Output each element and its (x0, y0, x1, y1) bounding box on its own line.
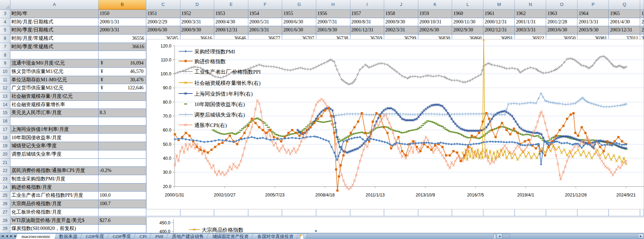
cell-A5[interactable]: 时间/季度/日期格式 (10, 26, 99, 35)
cell-B15[interactable]: 8.3 (99, 109, 146, 117)
cell-H5[interactable]: 2001/9/30 (316, 26, 350, 35)
column-header-K[interactable]: K (418, 0, 452, 10)
column-header-M[interactable]: M (483, 0, 515, 10)
cell-B28[interactable]: $27.6 (99, 217, 146, 225)
sheet-tab-房地产建设销售[interactable]: 房地产建设销售 (166, 233, 210, 239)
cell-A14[interactable]: 社会融资规模存量增长率 (10, 101, 99, 109)
row-header-7[interactable]: 7 (0, 43, 10, 51)
row-header-14[interactable]: 14 (0, 101, 10, 109)
row-header-6[interactable]: 6 (0, 35, 10, 43)
cell-A17[interactable]: 上海同业拆借1年利率/月度 (10, 126, 99, 134)
row-header-19[interactable]: 19 (0, 142, 10, 150)
cell-N3[interactable]: 1962 (515, 10, 546, 18)
sheet-tab-城镇固定资产投资[interactable]: 城镇固定资产投资 (207, 233, 255, 239)
cell-A24[interactable]: 购进价格指数/月度 (10, 184, 99, 192)
cell-overflow-5[interactable]: 2004/3/31 (640, 26, 644, 35)
scrollbar-thumb[interactable] (502, 234, 510, 238)
cell-B23[interactable] (99, 175, 146, 184)
scroll-left-button[interactable]: ◀ (497, 234, 502, 238)
select-all-corner[interactable] (0, 0, 10, 10)
column-header-Q[interactable]: Q (609, 0, 640, 10)
cell-B21[interactable] (99, 159, 146, 167)
cell-M3[interactable]: 1961 (483, 10, 515, 18)
column-header-F[interactable]: F (248, 0, 282, 10)
cell-A20[interactable]: 调整后城镇失业率/季度 (10, 150, 99, 159)
cell-B8[interactable] (99, 51, 146, 60)
cell-Q3[interactable]: 1965 (609, 10, 640, 18)
cell-G4[interactable]: 2000/6/30 (282, 18, 316, 27)
cell-N4[interactable]: 2001/1/31 (515, 18, 546, 27)
cell-B7[interactable]: 36616 (99, 43, 146, 51)
row-header-5[interactable]: 5 (0, 26, 10, 35)
cell-K5[interactable]: 2002/6/30 (418, 26, 452, 35)
cell-A8[interactable] (10, 51, 99, 60)
row-header-8[interactable]: 8 (0, 51, 10, 60)
cell-A11[interactable]: 单位活期存款M1-M0/亿元 (10, 76, 99, 84)
cell-B5[interactable]: 2000/3/31 (99, 26, 146, 35)
row-header-13[interactable]: 13 (0, 92, 10, 101)
row-header-20[interactable]: 20 (0, 150, 10, 159)
cell-L3[interactable]: 1960 (452, 10, 483, 18)
cell-E3[interactable]: 1953 (214, 10, 248, 18)
cell-O5[interactable]: 2003/6/30 (546, 26, 577, 35)
cell-B25[interactable]: 100.0 (99, 192, 146, 200)
sheet-tab-GDP季度[interactable]: GDP季度 (107, 233, 137, 239)
row-header-25[interactable]: 25 (0, 192, 10, 200)
cell-J3[interactable]: 1958 (384, 10, 418, 18)
cell-A18[interactable]: 10年期国债收益率/月度 (10, 134, 99, 142)
macro-indicators-chart[interactable]: 120.0110.0100.090.080.070.060.050.040.03… (146, 39, 644, 209)
cell-B12[interactable]: ¥122,646 (99, 84, 146, 92)
cell-J5[interactable]: 2002/3/31 (384, 26, 418, 35)
cell-I5[interactable]: 2001/12/31 (350, 26, 385, 35)
cell-B18[interactable] (99, 134, 146, 142)
cell-B26[interactable]: 100.7 (99, 200, 146, 208)
cell-K4[interactable]: 2000/10/31 (418, 18, 452, 27)
cell-A26[interactable]: 大宗商品价格指数/月度 (10, 200, 99, 208)
cell-O4[interactable]: 2001/2/28 (546, 18, 577, 27)
cell-B6[interactable]: 36556 (99, 35, 146, 43)
tabs-previous-sheet-button[interactable]: ◀ (5, 233, 9, 239)
cell-K3[interactable]: 1959 (418, 10, 452, 18)
cell-B24[interactable] (99, 184, 146, 192)
cell-J4[interactable]: 2000/9/30 (384, 18, 418, 27)
cell-B17[interactable] (99, 126, 146, 134)
tabs-next-sheet-button[interactable]: ▶ (9, 233, 14, 239)
cell-L4[interactable]: 2000/11/30 (452, 18, 483, 27)
cell-overflow-4[interactable]: 2001/5/31 (640, 18, 644, 27)
cell-D4[interactable]: 2000/3/31 (180, 18, 215, 27)
cell-O3[interactable]: 1963 (546, 10, 577, 18)
row-header-21[interactable]: 21 (0, 159, 10, 167)
row-header-3[interactable]: 3 (0, 10, 10, 18)
cell-B13[interactable] (99, 92, 146, 101)
column-header-A[interactable]: A (10, 0, 99, 10)
column-header-D[interactable]: D (180, 0, 215, 10)
cell-B22[interactable]: -0.2% (99, 167, 146, 175)
cell-L5[interactable]: 2002/9/30 (452, 26, 483, 35)
cell-B9[interactable]: ¥16,094 (99, 59, 146, 68)
cell-D3[interactable]: 1952 (180, 10, 215, 18)
cell-F4[interactable]: 2000/5/31 (248, 18, 282, 27)
row-header-4[interactable]: 4 (0, 18, 10, 27)
cell-A21[interactable] (10, 159, 99, 167)
scrollbar-track[interactable] (510, 233, 638, 239)
row-header-10[interactable]: 10 (0, 68, 10, 76)
row-header-15[interactable]: 15 (0, 109, 10, 117)
cell-B29[interactable] (99, 225, 146, 233)
column-header-H[interactable]: H (316, 0, 350, 10)
column-header-C[interactable]: C (146, 0, 180, 10)
row-header-22[interactable]: 22 (0, 167, 10, 175)
cell-P5[interactable]: 2003/9/30 (577, 26, 609, 35)
cell-N5[interactable]: 2003/3/31 (515, 26, 546, 35)
cell-B20[interactable] (99, 150, 146, 159)
cell-A6[interactable]: 时间/月度/常规格式 (10, 35, 99, 43)
row-header-17[interactable]: 17 (0, 126, 10, 134)
cell-A23[interactable]: 制造业采购指数PMI/月度 (10, 175, 99, 184)
column-header-B[interactable]: B (99, 0, 146, 10)
cell-P4[interactable]: 2001/3/31 (577, 18, 609, 27)
row-header-27[interactable]: 27 (0, 208, 10, 217)
cell-A3[interactable]: 时间/年 (10, 10, 99, 18)
cell-B3[interactable]: 1950 (99, 10, 146, 18)
insert-worksheet-tab[interactable] (296, 233, 308, 239)
sheet-tab-各国对华直接投资[interactable]: 各国对华直接投资 (251, 233, 300, 239)
cell-D5[interactable]: 2000/9/30 (180, 26, 215, 35)
